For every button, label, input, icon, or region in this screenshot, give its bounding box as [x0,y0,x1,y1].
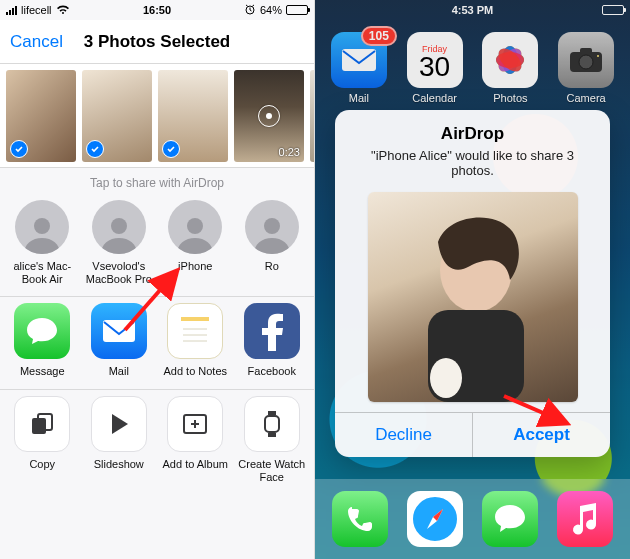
svg-point-2 [111,218,127,234]
decline-button[interactable]: Decline [335,413,472,457]
check-icon [86,140,104,158]
thumb-4-video[interactable]: 0:23 [234,70,304,162]
person-icon [15,200,69,254]
message-icon [14,303,70,359]
svg-rect-13 [265,416,279,432]
status-time: 16:50 [143,4,171,16]
svg-rect-15 [268,433,276,437]
actions-row: Copy Slideshow Add to Album Create Watch… [0,389,314,494]
airdrop-target-label: iPhone [159,260,231,273]
share-notes[interactable]: Add to Notes [159,303,231,378]
share-app-label: Add to Notes [159,365,231,378]
action-label: Add to Album [159,458,231,471]
dock-safari[interactable] [407,491,463,547]
svg-point-4 [264,218,280,234]
dock-music[interactable] [557,491,613,547]
airdrop-target[interactable]: Ro [236,200,308,286]
action-copy[interactable]: Copy [6,396,78,484]
nav-bar: Cancel 3 Photos Selected [0,20,314,64]
action-slideshow[interactable]: Slideshow [83,396,155,484]
airdrop-target[interactable]: Vsevolod's MacBook Pro [83,200,155,286]
share-app-label: Message [6,365,78,378]
svg-point-3 [187,218,203,234]
battery-icon [286,5,308,15]
nav-title: 3 Photos Selected [84,32,230,52]
airdrop-target-label: Vsevolod's MacBook Pro [83,260,155,286]
airdrop-receive-screen: No SIM 4:53 PM 72% 105 Mail Friday 30 [315,0,630,559]
share-app-label: Facebook [236,365,308,378]
action-watch-face[interactable]: Create Watch Face [236,396,308,484]
check-icon [162,140,180,158]
thumb-5[interactable] [310,70,314,162]
airdrop-target-label: Ro [236,260,308,273]
svg-rect-5 [103,320,135,342]
airdrop-target-label: alice's Mac-Book Air [6,260,78,286]
check-icon [10,140,28,158]
status-bar: lifecell 16:50 64% [0,0,314,20]
share-facebook[interactable]: Facebook [236,303,308,378]
person-icon [245,200,299,254]
action-label: Copy [6,458,78,471]
accept-button[interactable]: Accept [472,413,610,457]
mail-icon [91,303,147,359]
dock-phone[interactable] [332,491,388,547]
share-mail[interactable]: Mail [83,303,155,378]
watch-icon [244,396,300,452]
share-message[interactable]: Message [6,303,78,378]
svg-rect-14 [268,411,276,415]
photo-thumbnails[interactable]: 0:23 [0,64,314,168]
video-duration: 0:23 [279,146,300,158]
live-ring-icon [258,105,280,127]
cancel-button[interactable]: Cancel [0,32,63,52]
alarm-icon [244,3,256,17]
dock-messages[interactable] [482,491,538,547]
carrier-label: lifecell [21,4,52,16]
battery-pct: 64% [260,4,282,16]
dialog-title: AirDrop [335,110,610,144]
person-icon [92,200,146,254]
thumb-3[interactable] [158,70,228,162]
airdrop-target[interactable]: iPhone [159,200,231,286]
person-icon [168,200,222,254]
svg-point-31 [430,358,462,398]
svg-rect-6 [181,317,209,321]
dialog-message: "iPhone Alice" would like to share 3 pho… [335,144,610,188]
action-label: Create Watch Face [236,458,308,484]
facebook-icon [244,303,300,359]
photo-preview [368,192,578,402]
signal-icon [6,6,17,15]
wifi-icon [56,5,70,15]
action-add-album[interactable]: Add to Album [159,396,231,484]
airdrop-dialog: AirDrop "iPhone Alice" would like to sha… [335,110,610,457]
thumb-1[interactable] [6,70,76,162]
add-album-icon [167,396,223,452]
share-sheet-screen: lifecell 16:50 64% Cancel 3 Photos Selec… [0,0,315,559]
thumb-2[interactable] [82,70,152,162]
airdrop-target[interactable]: alice's Mac-Book Air [6,200,78,286]
notes-icon [167,303,223,359]
action-label: Slideshow [83,458,155,471]
airdrop-targets-row: alice's Mac-Book Air Vsevolod's MacBook … [0,194,314,296]
play-icon [91,396,147,452]
share-apps-row: Message Mail Add to Notes Facebook [0,296,314,388]
svg-point-1 [34,218,50,234]
share-app-label: Mail [83,365,155,378]
dock [315,479,630,559]
airdrop-hint: Tap to share with AirDrop [0,168,314,194]
copy-icon [14,396,70,452]
